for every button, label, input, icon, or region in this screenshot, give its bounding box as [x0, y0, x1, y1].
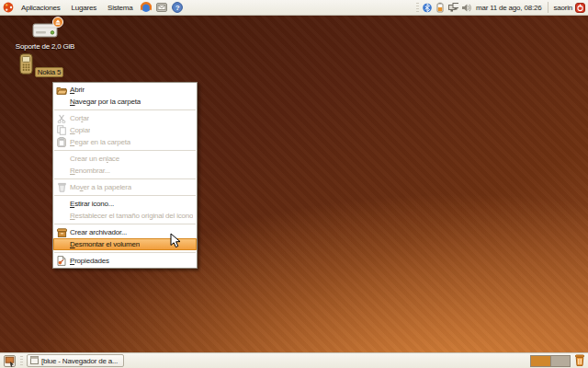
- trash-applet-icon[interactable]: [574, 354, 585, 368]
- desktop-icon-label: Soporte de 2,0 GiB: [4, 42, 86, 51]
- menu-sistema[interactable]: Sistema: [102, 0, 139, 16]
- workspace-2[interactable]: [550, 356, 571, 366]
- menu-item-label: Navegar por la carpeta: [70, 98, 141, 106]
- menu-item-crear-archivador[interactable]: Crear archivador...: [53, 226, 197, 238]
- context-menu: AbrirNavegar por la carpetaCortarCopiarP…: [52, 82, 198, 269]
- no-icon: [56, 239, 67, 249]
- eject-emblem-icon: [52, 17, 63, 29]
- user-switcher[interactable]: saorin: [553, 2, 585, 13]
- menu-item-cortar: Cortar: [53, 112, 197, 124]
- show-desktop-button[interactable]: [3, 354, 17, 367]
- menu-separator: [54, 150, 196, 151]
- workspace-1[interactable]: [531, 356, 550, 366]
- bluetooth-icon[interactable]: [423, 2, 433, 13]
- menu-item-label: Cortar: [70, 114, 89, 122]
- clock-applet[interactable]: mar 11 de ago, 08:26: [474, 4, 543, 12]
- menu-item-label: Mover a la papelera: [70, 183, 131, 191]
- menu-separator: [54, 178, 196, 179]
- menu-item-label: Copiar: [70, 126, 90, 134]
- bottom-panel-right: [530, 354, 585, 368]
- menu-separator: [54, 224, 196, 224]
- no-icon: [56, 211, 67, 221]
- desktop-screen: Aplicaciones Lugares Sistema ? mar 11 de…: [0, 0, 588, 368]
- menu-separator: [54, 252, 196, 253]
- logout-icon[interactable]: [575, 2, 585, 13]
- battery-icon[interactable]: [435, 2, 446, 13]
- workspace-switcher: [530, 355, 571, 367]
- applet-handle[interactable]: [416, 3, 419, 13]
- ubuntu-logo-icon[interactable]: [2, 2, 14, 14]
- username-label: saorin: [553, 4, 572, 12]
- menu-item-renombrar: Renombrar...: [53, 165, 197, 177]
- menu-item-pegar-en-la-carpeta: Pegar en la carpeta: [53, 136, 197, 148]
- menu-item-label: Pegar en la carpeta: [70, 138, 130, 146]
- menu-item-label: Crear archivador...: [70, 228, 127, 236]
- menu-item-mover-a-la-papelera: Mover a la papelera: [53, 181, 197, 193]
- panel-separator: [548, 2, 548, 13]
- menu-item-label: Restablecer el tamaño original del icono: [70, 212, 193, 220]
- desktop-icon-soporte[interactable]: Soporte de 2,0 GiB: [4, 20, 86, 51]
- menu-item-abrir[interactable]: Abrir: [53, 84, 197, 96]
- menu-item-crear-un-enlace: Crear un enlace: [53, 153, 197, 165]
- menu-item-label: Propiedades: [70, 257, 109, 265]
- open-folder-icon: [56, 85, 67, 95]
- no-icon: [56, 97, 67, 107]
- firefox-icon[interactable]: [141, 2, 153, 14]
- menu-aplicaciones[interactable]: Aplicaciones: [16, 0, 66, 16]
- taskbar-window-button[interactable]: [blue - Navegador de a...: [27, 354, 124, 367]
- taskbar-window-label: [blue - Navegador de a...: [41, 357, 118, 365]
- svg-text:?: ?: [175, 4, 180, 12]
- archive-icon: [56, 227, 67, 237]
- menu-item-label: Crear un enlace: [70, 155, 119, 163]
- menu-item-desmontar-el-volumen[interactable]: Desmontar el volumen: [53, 238, 197, 250]
- copy-icon: [56, 125, 67, 135]
- properties-icon: [56, 256, 67, 266]
- trash-icon: [56, 182, 67, 192]
- menu-item-label: Desmontar el volumen: [70, 240, 140, 248]
- menu-item-propiedades[interactable]: Propiedades: [53, 255, 197, 267]
- help-icon[interactable]: ?: [172, 2, 184, 14]
- no-icon: [56, 199, 67, 209]
- no-icon: [56, 166, 67, 176]
- menu-item-label: Abrir: [70, 86, 85, 94]
- menu-item-label: Estirar icono...: [70, 200, 114, 208]
- menu-item-estirar-icono[interactable]: Estirar icono...: [53, 198, 197, 210]
- cut-icon: [56, 113, 67, 123]
- menu-lugares[interactable]: Lugares: [66, 0, 103, 16]
- panel-tray: mar 11 de ago, 08:26 saorin: [415, 2, 588, 13]
- menu-item-restablecer-el-tamano-original-del-icono: Restablecer el tamaño original del icono: [53, 210, 197, 222]
- window-icon: [30, 356, 39, 366]
- volume-icon[interactable]: [461, 2, 471, 13]
- no-icon: [56, 154, 67, 164]
- menu-separator: [54, 109, 196, 110]
- mail-icon[interactable]: [156, 2, 168, 14]
- menu-item-label: Renombrar...: [70, 167, 110, 175]
- menu-separator: [54, 195, 196, 196]
- paste-icon: [56, 137, 67, 147]
- menu-item-navegar-por-la-carpeta[interactable]: Navegar por la carpeta: [53, 96, 197, 108]
- bottom-panel: [blue - Navegador de a...: [0, 352, 588, 368]
- drive-icon: [32, 32, 58, 40]
- phone-icon: [19, 68, 33, 76]
- menu-item-copiar: Copiar: [53, 124, 197, 136]
- applet-handle[interactable]: [20, 356, 23, 366]
- desktop-icon-nokia[interactable]: Nokia 5: [18, 53, 64, 77]
- network-icon[interactable]: [448, 2, 458, 13]
- desktop-icon-label: Nokia 5: [35, 67, 64, 77]
- top-panel: Aplicaciones Lugares Sistema ? mar 11 de…: [0, 0, 588, 16]
